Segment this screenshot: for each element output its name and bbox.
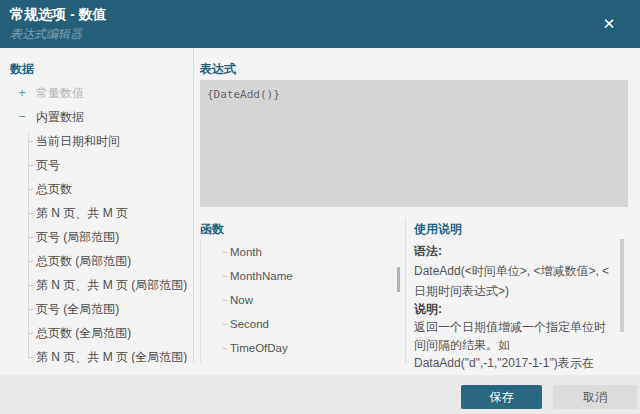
tree-item-label: 第 N 页、共 M 页 (全局范围) [36,345,187,363]
tree-tick [28,165,33,166]
tree-item[interactable]: 当前日期和时间 [0,129,193,153]
tree-item-label: 第 N 页、共 M 页 [36,201,128,225]
function-item-label: Month [230,240,262,264]
tree-tick [28,333,33,334]
close-icon[interactable]: ✕ [594,10,624,38]
tree-tick [28,141,33,142]
tree-item-label: 总页数 (全局范围) [36,321,131,345]
function-item[interactable]: TimeOfDay [200,336,396,360]
expression-editor-dialog: 常规选项 - 数值 表达式编辑器 ✕ 数据 + 常量数值 − 内置数据 当前日期… [0,0,640,414]
expression-input[interactable]: {DateAdd()} [200,80,628,207]
tree-item-label: 总页数 [36,177,72,201]
dialog-subtitle: 表达式编辑器 [10,26,82,43]
usage-scrollbar-thumb[interactable] [620,239,624,332]
tree-item-label: 页号 (局部范围) [36,225,119,249]
tree-item-label: 内置数据 [36,105,84,129]
tree-tick [28,261,33,262]
description-label: 说明: [414,301,442,318]
expression-value: {DateAdd()} [207,88,280,101]
tree-tick [222,300,227,301]
tree-tick [28,309,33,310]
tree-tick [222,324,227,325]
tree-tick [28,213,33,214]
cancel-button[interactable]: 取消 [553,385,637,409]
tree-tick [222,276,227,277]
tree-tick [28,237,33,238]
tree-item-label: 当前日期和时间 [36,129,120,153]
function-item[interactable]: Month [200,240,396,264]
description-text: 返回一个日期值增减一个指定单位时间间隔的结果。如DataAdd("d",-1,"… [414,318,614,375]
functions-scrollbar-thumb[interactable] [397,267,400,292]
tree-item[interactable]: 页号 (局部范围) [0,225,193,249]
tree-tick [222,348,227,349]
functions-panel-title: 函数 [200,221,224,238]
function-item-label: TimeOfDay [230,336,288,360]
tree-item[interactable]: 总页数 [0,177,193,201]
function-item[interactable]: Now [200,288,396,312]
tree-item[interactable]: 页号 (全局范围) [0,297,193,321]
syntax-text: DateAdd(<时间单位>, <增减数值>, <日期时间表达式>) [414,261,612,301]
save-button[interactable]: 保存 [461,385,542,409]
tree-tick [28,285,33,286]
tree-tick [28,357,33,358]
function-item-label: Now [230,288,253,312]
tree-item[interactable]: 第 N 页、共 M 页 [0,201,193,225]
usage-panel-title: 使用说明 [414,221,462,238]
tree-tick [222,252,227,253]
plus-icon[interactable]: + [15,81,29,105]
panel-divider [405,218,406,363]
dialog-header: 常规选项 - 数值 表达式编辑器 ✕ [0,0,640,48]
tree-item[interactable]: 页号 [0,153,193,177]
function-item[interactable]: MonthName [200,264,396,288]
tree-item-label: 页号 [36,153,60,177]
tree-item[interactable]: 总页数 (全局范围) [0,321,193,345]
tree-item[interactable]: 总页数 (局部范围) [0,249,193,273]
dialog-title: 常规选项 - 数值 [10,6,106,24]
tree-item-label: 总页数 (局部范围) [36,249,131,273]
tree-item[interactable]: 第 N 页、共 M 页 (全局范围) [0,345,193,363]
data-panel-title: 数据 [10,61,34,78]
function-item[interactable]: Second [200,312,396,336]
tree-item-builtin-data[interactable]: − 内置数据 [0,105,193,129]
syntax-label: 语法: [414,243,442,260]
function-item-label: MonthName [230,264,293,288]
data-tree-panel: 数据 + 常量数值 − 内置数据 当前日期和时间 页号 总页数 第 N 页、共 … [0,48,194,363]
tree-item-constant-data[interactable]: + 常量数值 [0,81,193,105]
tree-tick [28,189,33,190]
tree-item-label: 页号 (全局范围) [36,297,119,321]
tree-item-label: 常量数值 [36,81,84,105]
dialog-footer: 保存 取消 [0,375,640,414]
minus-icon[interactable]: − [15,105,29,129]
sidebar-divider [193,48,194,363]
function-item-label: Second [230,312,269,336]
tree-item[interactable]: 第 N 页、共 M 页 (局部范围) [0,273,193,297]
usage-panel: 使用说明 语法: DateAdd(<时间单位>, <增减数值>, <日期时间表达… [414,215,630,375]
expression-label: 表达式 [200,61,236,78]
tree-item-label: 第 N 页、共 M 页 (局部范围) [36,273,187,297]
